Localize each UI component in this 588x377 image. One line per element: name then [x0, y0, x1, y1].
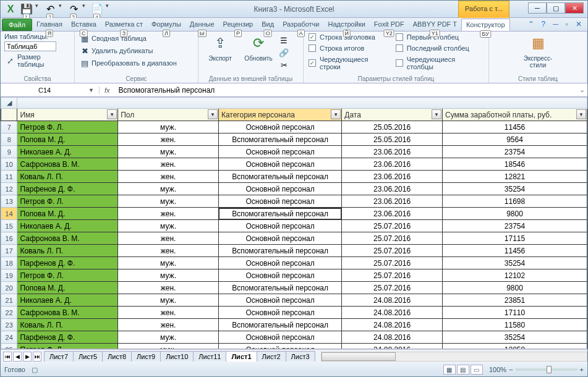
cell-date[interactable]: 24.08.2016: [342, 294, 443, 307]
sheet-nav-first[interactable]: ⏮: [3, 352, 12, 362]
cell-date[interactable]: 25.07.2016: [342, 232, 443, 245]
row-header[interactable]: 16: [1, 232, 17, 245]
macro-record-icon[interactable]: ▢: [32, 366, 38, 374]
cell-date[interactable]: 23.06.2016: [342, 146, 443, 158]
cell-sex[interactable]: жен.: [118, 208, 219, 220]
table-name-input[interactable]: [4, 41, 56, 51]
cell-sex[interactable]: жен.: [118, 245, 219, 257]
table-row[interactable]: 13Петров Ф. Л.муж.Основной персонал23.06…: [1, 195, 587, 208]
zoom-slider[interactable]: [516, 368, 577, 371]
cell-date[interactable]: 23.06.2016: [342, 158, 443, 171]
cell-category[interactable]: Основной персонал: [218, 232, 341, 245]
cell-sum[interactable]: 12050: [442, 344, 587, 349]
remove-duplicates-button[interactable]: ✖Удалить дубликаты: [79, 45, 178, 56]
cell-date[interactable]: 25.05.2016: [342, 121, 443, 133]
cell-sex[interactable]: муж.: [118, 344, 219, 349]
sheet-nav-next[interactable]: ▶: [23, 352, 32, 362]
worksheet-grid[interactable]: ◢ Имя▼Пол▼Категория персонала▼Дата▼Сумма…: [1, 97, 587, 349]
table-row[interactable]: 16Сафронова В. М.жен.Основной персонал25…: [1, 232, 587, 245]
zoom-in-button[interactable]: +: [580, 366, 584, 373]
chk-last-col[interactable]: Последний столбец: [394, 44, 485, 53]
unlink-icon[interactable]: ✂: [279, 60, 289, 70]
cell-category[interactable]: Основной персонал: [218, 146, 341, 158]
sheet-tab-Лист7[interactable]: Лист7: [44, 351, 74, 362]
open-browser-icon[interactable]: 🔗: [279, 48, 289, 57]
formula-input[interactable]: [115, 86, 576, 95]
tab-Данные[interactable]: ДанныеЫ: [185, 19, 219, 31]
cell-name[interactable]: Попова М. Д.: [17, 208, 118, 220]
qat-new[interactable]: 📄4: [90, 2, 104, 16]
cell-sex[interactable]: муж.: [118, 269, 219, 282]
row-header[interactable]: 17: [1, 245, 17, 257]
cell-sex[interactable]: жен.: [118, 171, 219, 183]
cell-sex[interactable]: муж.: [118, 146, 219, 158]
sheet-tab-Лист3[interactable]: Лист3: [286, 351, 315, 362]
cell-category[interactable]: Основной персонал: [218, 331, 341, 344]
table-row[interactable]: 25Петров Ф. Л.муж.Основной персонал24.08…: [1, 344, 587, 349]
cell-sum[interactable]: 35254: [442, 257, 587, 269]
col-header-1[interactable]: Пол▼: [118, 109, 219, 121]
cell-name[interactable]: Парфенов Д. Ф.: [17, 331, 118, 344]
cell-date[interactable]: 24.08.2016: [342, 331, 443, 344]
row-header[interactable]: 7: [1, 121, 17, 133]
close-button[interactable]: ✕: [565, 2, 584, 14]
filter-button[interactable]: ▼: [107, 109, 117, 119]
table-row[interactable]: 14Попова М. Д.жен.Вспомогательный персон…: [1, 208, 587, 220]
ribbon-minimize-icon[interactable]: ⌃: [526, 19, 536, 29]
sheet-tab-Лист1[interactable]: Лист1: [226, 351, 257, 362]
view-layout[interactable]: ▤: [457, 365, 469, 375]
cell-sum[interactable]: 17110: [442, 307, 587, 319]
cell-sum[interactable]: 18546: [442, 158, 587, 171]
cell-name[interactable]: Сафронова В. М.: [17, 232, 118, 245]
cell-sum[interactable]: 11456: [442, 245, 587, 257]
row-header[interactable]: 20: [1, 282, 17, 294]
row-header[interactable]: 18: [1, 257, 17, 269]
table-row[interactable]: 9Николаев А. Д.муж.Основной персонал23.0…: [1, 146, 587, 158]
row-header[interactable]: 24: [1, 331, 17, 344]
cell-sum[interactable]: 11456: [442, 121, 587, 133]
cell-name[interactable]: Попова М. Д.: [17, 133, 118, 146]
cell-sum[interactable]: 23754: [442, 220, 587, 232]
chk-total-row[interactable]: Строка итогов: [307, 44, 392, 53]
cell-sex[interactable]: муж.: [118, 294, 219, 307]
filter-button[interactable]: ▼: [432, 109, 441, 119]
cell-date[interactable]: 25.07.2016: [342, 220, 443, 232]
table-row[interactable]: 18Парфенов Д. Ф.муж.Основной персонал25.…: [1, 257, 587, 269]
cell-date[interactable]: 25.07.2016: [342, 269, 443, 282]
cell-category[interactable]: Основной персонал: [218, 220, 341, 232]
col-header-3[interactable]: Дата▼: [342, 109, 443, 121]
cell-sex[interactable]: муж.: [118, 331, 219, 344]
sheet-nav-prev[interactable]: ◀: [13, 352, 22, 362]
cell-category[interactable]: Основной персонал: [218, 183, 341, 195]
cell-name[interactable]: Парфенов Д. Ф.: [17, 257, 118, 269]
table-row[interactable]: 22Сафронова В. М.жен.Основной персонал24…: [1, 307, 587, 319]
cell-sex[interactable]: муж.: [118, 121, 219, 133]
cell-date[interactable]: 24.08.2016: [342, 319, 443, 331]
cell-sex[interactable]: жен.: [118, 282, 219, 294]
table-row[interactable]: 8Попова М. Д.жен.Вспомогательный персона…: [1, 133, 587, 146]
table-row[interactable]: 19Петров Ф. Л.муж.Основной персонал25.07…: [1, 269, 587, 282]
row-header-blank[interactable]: [1, 109, 17, 121]
maximize-button[interactable]: ▢: [547, 2, 565, 14]
qat-undo[interactable]: ↶2: [43, 2, 58, 16]
view-pagebreak[interactable]: ▭: [471, 365, 483, 375]
col-header-4[interactable]: Сумма заработной платы, руб.▼: [442, 109, 587, 121]
table-row[interactable]: 11Коваль Л. П.жен.Вспомогательный персон…: [1, 171, 587, 183]
cell-date[interactable]: 23.06.2016: [342, 195, 443, 208]
cell-sex[interactable]: жен.: [118, 232, 219, 245]
row-header[interactable]: 23: [1, 319, 17, 331]
doc-restore-icon[interactable]: ▫: [564, 19, 570, 29]
express-styles-button[interactable]: ▦Экспресс-стили: [520, 33, 556, 69]
cell-sex[interactable]: муж.: [118, 257, 219, 269]
tab-file[interactable]: Файл: [2, 19, 32, 31]
cell-date[interactable]: 23.06.2016: [342, 171, 443, 183]
row-header[interactable]: 8: [1, 133, 17, 146]
cell-category[interactable]: Основной персонал: [218, 121, 341, 133]
cell-sum[interactable]: 17115: [442, 232, 587, 245]
cell-sum[interactable]: 23754: [442, 146, 587, 158]
cell-date[interactable]: 24.08.2016: [342, 307, 443, 319]
cell-date[interactable]: 25.07.2016: [342, 282, 443, 294]
view-normal[interactable]: ▦: [443, 365, 456, 375]
cell-category[interactable]: Вспомогательный персонал: [218, 282, 341, 294]
tab-ABBYY PDF T[interactable]: ABBYY PDF TY1: [409, 19, 461, 31]
